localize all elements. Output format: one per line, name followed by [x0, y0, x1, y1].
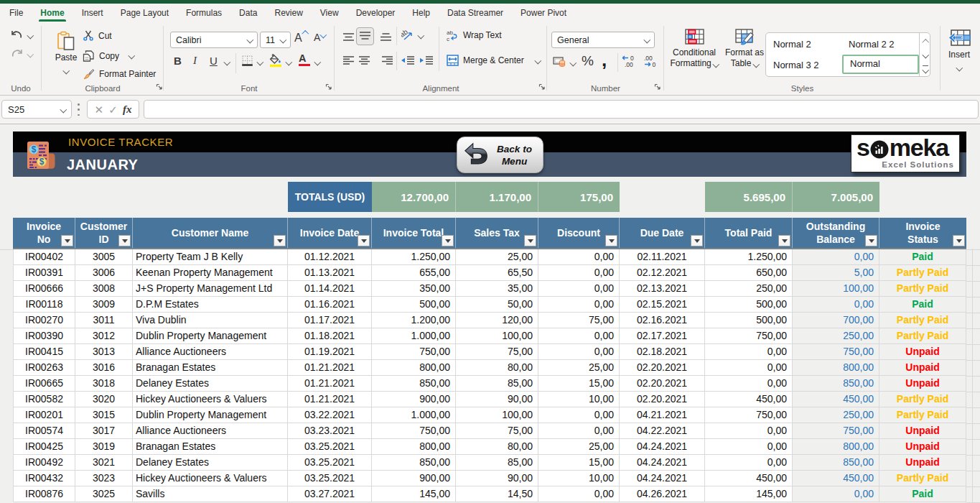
cell[interactable]: Partly Paid: [879, 407, 966, 423]
cell[interactable]: 90,00: [456, 392, 538, 407]
cell[interactable]: 02.13.2021: [620, 281, 705, 297]
cell[interactable]: 0,00: [538, 407, 620, 423]
cell[interactable]: Dublin Property Management: [133, 328, 288, 344]
cell[interactable]: 25,00: [538, 360, 620, 376]
accounting-format-button[interactable]: [553, 56, 566, 68]
tab-insert[interactable]: Insert: [73, 4, 112, 22]
cell[interactable]: 90,00: [456, 471, 538, 486]
cell[interactable]: 850,00: [793, 376, 879, 392]
cell[interactable]: Branagan Estates: [133, 439, 288, 455]
cell[interactable]: IR00263: [13, 360, 75, 376]
cell[interactable]: 1.250,00: [705, 249, 793, 265]
cell[interactable]: Keenan Property Management: [133, 265, 288, 281]
comma-style-button[interactable]: ,: [602, 49, 607, 71]
cell[interactable]: 450,00: [705, 471, 793, 486]
format-painter-button[interactable]: Format Painter: [83, 68, 156, 80]
align-top-button[interactable]: [343, 33, 354, 42]
cell[interactable]: 0,00: [705, 376, 793, 392]
cell[interactable]: 0,00: [793, 297, 879, 313]
align-middle-button[interactable]: [356, 27, 374, 45]
cell[interactable]: 450,00: [705, 392, 793, 407]
gallery-scroll-down-icon[interactable]: [922, 52, 928, 58]
cell[interactable]: IR00270: [13, 313, 75, 328]
increase-indent-button[interactable]: [420, 56, 433, 65]
cell[interactable]: Hickey Auctioneers & Valuers: [133, 392, 288, 407]
cell[interactable]: J+S Property Management Ltd: [133, 281, 288, 297]
filter-dropdown-button[interactable]: [358, 235, 370, 246]
cell[interactable]: 120,00: [456, 313, 538, 328]
cell[interactable]: IR00665: [13, 376, 75, 392]
cell[interactable]: 85,00: [456, 376, 538, 392]
cell[interactable]: 15,00: [538, 376, 620, 392]
shrink-font-button[interactable]: A: [314, 32, 325, 43]
cell[interactable]: Unpaid: [879, 423, 966, 439]
cell[interactable]: 3019: [75, 439, 133, 455]
cell[interactable]: 10,00: [538, 471, 620, 486]
cell[interactable]: Property Team J B Kelly: [133, 249, 288, 265]
cell[interactable]: 0,00: [538, 344, 620, 360]
cell[interactable]: 03.22.2021: [288, 407, 372, 423]
cell[interactable]: 02.18.2021: [620, 344, 705, 360]
totals-label-cell[interactable]: TOTALS (USD): [288, 182, 372, 212]
cell[interactable]: Delaney Estates: [133, 376, 288, 392]
cell[interactable]: 04.24.2021: [620, 471, 705, 486]
style-normal-2-2[interactable]: Normal 2 2: [849, 39, 895, 50]
cell[interactable]: 250,00: [793, 328, 879, 344]
conditional-formatting-button[interactable]: ConditionalFormatting: [667, 29, 722, 69]
cell[interactable]: Alliance Auctioneers: [133, 344, 288, 360]
cell[interactable]: 100,00: [793, 281, 879, 297]
italic-button[interactable]: I: [193, 55, 197, 67]
cell[interactable]: 3005: [75, 249, 133, 265]
cell[interactable]: 3011: [75, 313, 133, 328]
cell[interactable]: 500,00: [705, 297, 793, 313]
bold-button[interactable]: B: [174, 55, 182, 67]
filter-dropdown-button[interactable]: [865, 235, 877, 246]
number-dialog-launcher[interactable]: [653, 83, 662, 91]
cell[interactable]: 80,00: [456, 360, 538, 376]
cell[interactable]: 02.20.2021: [620, 360, 705, 376]
cell[interactable]: 100,00: [456, 328, 538, 344]
cell[interactable]: 0,00: [793, 486, 879, 502]
cell[interactable]: 3021: [75, 455, 133, 471]
cell[interactable]: 35,00: [456, 281, 538, 297]
totals-invoice-total-cell[interactable]: 12.700,00: [372, 182, 456, 212]
cell[interactable]: 800,00: [372, 439, 456, 455]
wrap-text-button[interactable]: ab c Wrap Text: [447, 29, 502, 41]
cell[interactable]: 0,00: [538, 265, 620, 281]
cell[interactable]: 04.26.2021: [620, 486, 705, 502]
cell[interactable]: 250,00: [793, 407, 879, 423]
cell[interactable]: 14,50: [456, 486, 538, 502]
borders-chevron-icon[interactable]: [257, 59, 263, 65]
cell[interactable]: 3017: [75, 423, 133, 439]
cell[interactable]: IR00492: [13, 455, 75, 471]
cell[interactable]: 10,00: [538, 392, 620, 407]
cell[interactable]: 450,00: [793, 471, 879, 486]
cell[interactable]: 655,00: [372, 265, 456, 281]
cell[interactable]: 0,00: [705, 344, 793, 360]
cell[interactable]: IR00582: [13, 392, 75, 407]
cell[interactable]: 03.27.2021: [288, 486, 372, 502]
cell[interactable]: 01.21.2021: [288, 392, 372, 407]
cell[interactable]: IR00391: [13, 265, 75, 281]
cell[interactable]: IR00425: [13, 439, 75, 455]
font-dialog-launcher[interactable]: [325, 83, 333, 91]
cell[interactable]: 750,00: [705, 328, 793, 344]
cell[interactable]: 500,00: [705, 313, 793, 328]
font-color-chevron-icon[interactable]: [314, 59, 321, 65]
cell[interactable]: 3012: [75, 328, 133, 344]
cell[interactable]: 25,00: [456, 249, 538, 265]
cell[interactable]: 04.24.2021: [620, 439, 705, 455]
tab-file[interactable]: File: [1, 4, 32, 22]
cell[interactable]: 75,00: [538, 313, 620, 328]
cell[interactable]: 900,00: [372, 471, 456, 486]
cell[interactable]: 3018: [75, 376, 133, 392]
paste-button[interactable]: Paste: [47, 31, 85, 75]
cell[interactable]: Unpaid: [879, 439, 966, 455]
cell[interactable]: D.P.M Estates: [133, 297, 288, 313]
cell[interactable]: 0,00: [538, 486, 620, 502]
totals-outstanding-cell[interactable]: 7.005,00: [793, 182, 879, 212]
cell[interactable]: 02.20.2021: [620, 376, 705, 392]
cell[interactable]: 03.25.2021: [288, 455, 372, 471]
cell[interactable]: 750,00: [372, 344, 456, 360]
grow-font-button[interactable]: A: [294, 32, 307, 45]
